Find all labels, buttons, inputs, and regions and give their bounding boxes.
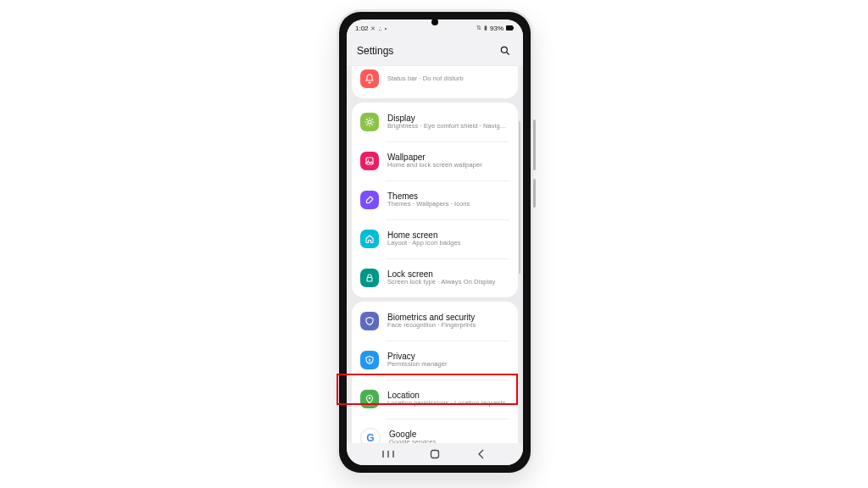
settings-row-biometrics[interactable]: Biometrics and securityFace recognition …: [352, 302, 518, 341]
settings-row-google[interactable]: GGoogleGoogle services: [352, 419, 518, 443]
settings-row-display[interactable]: DisplayBrightness · Eye comfort shield ·…: [352, 103, 518, 141]
svg-line-3: [507, 53, 509, 55]
settings-group: Biometrics and securityFace recognition …: [352, 302, 518, 443]
phone-frame: 1:02 ✕ ⛬ • ⇅ ▮ 93% Settings: [337, 9, 533, 475]
row-subtitle: Screen lock type · Always On Display: [387, 279, 495, 286]
row-labels: GoogleGoogle services: [389, 430, 436, 443]
settings-group: DisplayBrightness · Eye comfort shield ·…: [352, 103, 518, 297]
back-nav-icon: [477, 449, 486, 459]
sun-icon: [360, 113, 379, 131]
google-icon: G: [360, 428, 381, 443]
settings-row-notifications[interactable]: Status bar · Do not disturb: [352, 66, 518, 98]
row-title: Lock screen: [387, 269, 495, 280]
bell-icon: [360, 69, 379, 88]
row-subtitle: Google services: [389, 439, 436, 443]
home-nav-icon: [430, 449, 440, 459]
settings-group: Status bar · Do not disturb: [352, 66, 518, 98]
android-nav-bar: [347, 443, 523, 465]
settings-row-location[interactable]: LocationLocation permissions · Location …: [352, 380, 518, 419]
svg-point-9: [369, 397, 371, 400]
row-subtitle: Face recognition · Fingerprints: [387, 322, 476, 330]
row-subtitle: Status bar · Do not disturb: [387, 75, 464, 83]
lock-icon: [360, 269, 379, 287]
wifi-icon: ⇅: [476, 25, 481, 31]
row-labels: Lock screenScreen lock type · Always On …: [387, 269, 495, 286]
status-left: 1:02 ✕ ⛬ •: [355, 25, 387, 32]
row-subtitle: Layout · App icon badges: [387, 240, 461, 247]
volume-button: [533, 119, 536, 170]
status-indicator-icons: ✕ ⛬ •: [370, 25, 387, 31]
svg-point-2: [501, 47, 507, 53]
brush-icon: [360, 191, 379, 209]
page-title: Settings: [357, 45, 393, 57]
signal-icon: ▮: [484, 25, 487, 31]
row-subtitle: Themes · Wallpapers · Icons: [387, 201, 470, 208]
svg-rect-0: [506, 25, 513, 30]
shield-icon: [360, 312, 379, 330]
svg-rect-7: [367, 278, 372, 282]
screen: 1:02 ✕ ⛬ • ⇅ ▮ 93% Settings: [347, 19, 523, 465]
row-subtitle: Location permissions · Location requests: [387, 400, 506, 408]
row-labels: PrivacyPermission manager: [387, 352, 448, 369]
row-labels: Biometrics and securityFace recognition …: [387, 313, 476, 330]
back-button[interactable]: [470, 443, 492, 465]
row-labels: LocationLocation permissions · Location …: [387, 391, 506, 408]
row-labels: Status bar · Do not disturb: [387, 75, 464, 83]
front-camera: [431, 19, 438, 25]
scroll-indicator: [519, 121, 520, 274]
svg-rect-1: [513, 27, 514, 30]
row-labels: WallpaperHome and lock screen wallpaper: [387, 152, 482, 169]
svg-point-6: [368, 159, 370, 161]
svg-rect-13: [431, 451, 438, 458]
row-subtitle: Brightness · Eye comfort shield · Naviga…: [387, 123, 509, 130]
settings-row-privacy[interactable]: PrivacyPermission manager: [352, 341, 518, 380]
status-right: ⇅ ▮ 93%: [476, 25, 515, 32]
search-button[interactable]: [498, 43, 513, 58]
search-icon: [499, 45, 511, 57]
row-title: Display: [387, 114, 509, 124]
settings-row-home-screen[interactable]: Home screenLayout · App icon badges: [352, 219, 518, 258]
home-icon: [360, 230, 379, 248]
settings-list[interactable]: Status bar · Do not disturbDisplayBright…: [347, 66, 523, 443]
row-title: Home screen: [387, 230, 461, 241]
svg-point-4: [368, 120, 371, 124]
settings-row-wallpaper[interactable]: WallpaperHome and lock screen wallpaper: [352, 141, 518, 180]
row-labels: ThemesThemes · Wallpapers · Icons: [387, 191, 470, 208]
image-icon: [360, 152, 379, 170]
recents-button[interactable]: [377, 443, 399, 465]
home-button[interactable]: [424, 443, 446, 465]
row-labels: DisplayBrightness · Eye comfort shield ·…: [387, 114, 509, 130]
pin-icon: [360, 390, 379, 408]
row-labels: Home screenLayout · App icon badges: [387, 230, 461, 247]
battery-text: 93%: [490, 25, 504, 32]
row-title: Themes: [387, 191, 470, 202]
recents-icon: [382, 450, 394, 458]
svg-rect-5: [366, 158, 373, 164]
clock-text: 1:02: [355, 25, 369, 32]
app-header: Settings: [347, 36, 523, 66]
row-subtitle: Permission manager: [387, 361, 448, 369]
row-title: Privacy: [387, 352, 448, 362]
row-title: Location: [387, 391, 506, 401]
privacy-icon: [360, 351, 379, 369]
row-subtitle: Home and lock screen wallpaper: [387, 162, 482, 169]
row-title: Wallpaper: [387, 152, 482, 163]
row-title: Google: [389, 430, 436, 440]
power-button: [533, 179, 536, 208]
battery-icon: [506, 25, 515, 30]
row-title: Biometrics and security: [387, 313, 476, 323]
settings-row-lock-screen[interactable]: Lock screenScreen lock type · Always On …: [352, 258, 518, 297]
phone-bezel: 1:02 ✕ ⛬ • ⇅ ▮ 93% Settings: [339, 12, 531, 473]
settings-row-themes[interactable]: ThemesThemes · Wallpapers · Icons: [352, 180, 518, 219]
